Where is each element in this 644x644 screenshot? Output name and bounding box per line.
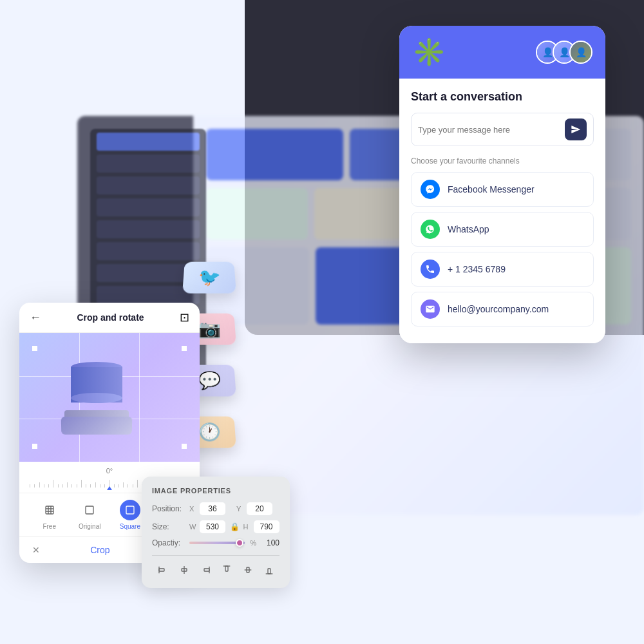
opacity-row: Opactiy: % 100	[152, 538, 279, 547]
svg-rect-10	[204, 569, 209, 571]
opacity-label: Opactiy:	[152, 538, 185, 547]
widget-header: ✳️ 👤 👤 👤	[399, 26, 605, 79]
h-label: H	[243, 523, 251, 531]
phone-channel-name: + 1 2345 6789	[448, 264, 506, 274]
size-label: Size:	[152, 522, 185, 531]
twitter-icon-diamond[interactable]: 🐦	[180, 258, 238, 296]
svg-rect-2	[126, 506, 134, 514]
message-input[interactable]	[418, 125, 560, 135]
size-w-group: W	[189, 520, 226, 533]
widget-avatars: 👤 👤 👤	[536, 41, 592, 64]
opacity-percent: %	[250, 539, 256, 547]
size-h-group: H	[243, 520, 280, 533]
crop-mode-original[interactable]: Original	[79, 500, 100, 530]
position-label: Position:	[152, 504, 185, 513]
align-bottom-edge-icon[interactable]	[261, 562, 277, 578]
size-w-input[interactable]	[200, 520, 225, 533]
crop-mode-square[interactable]: Square	[120, 500, 140, 530]
crop-image-area	[19, 333, 200, 462]
svg-rect-12	[225, 566, 228, 571]
avatar-3: 👤	[569, 41, 592, 64]
free-label: Free	[43, 523, 56, 530]
svg-rect-0	[46, 506, 53, 514]
align-right-edge-icon[interactable]	[198, 562, 213, 578]
size-row: Size: W 🔒 H	[152, 520, 279, 533]
channels-label: Choose your favourite channels	[411, 156, 594, 166]
image-properties-panel: IMAGE PROPERTIES Position: X Y Size: W 🔒…	[142, 477, 290, 588]
position-x-input[interactable]	[200, 502, 225, 515]
svg-rect-16	[268, 569, 270, 574]
free-crop-icon	[39, 500, 60, 520]
clock-emoji: 🕐	[198, 422, 221, 442]
widget-body: Start a conversation Choose your favouri…	[399, 79, 605, 343]
size-h-input[interactable]	[254, 520, 279, 533]
opacity-slider[interactable]	[189, 542, 245, 544]
crop-cancel-button[interactable]: ✕	[32, 545, 40, 555]
channel-item-email[interactable]: hello@yourcompany.com	[411, 292, 594, 327]
crop-subject	[58, 352, 148, 442]
align-row	[152, 562, 279, 578]
position-x-group: X	[189, 502, 232, 515]
align-top-edge-icon[interactable]	[219, 562, 234, 578]
phone-icon	[421, 260, 440, 279]
sun-icon: ✳️	[412, 39, 446, 66]
twitter-bg: 🐦	[182, 262, 236, 294]
crop-handle-bl[interactable]	[32, 444, 37, 449]
square-label: Square	[120, 523, 140, 530]
channel-item-messenger[interactable]: Facebook Messenger	[411, 172, 594, 207]
message-input-container[interactable]	[411, 113, 594, 146]
lock-icon[interactable]: 🔒	[230, 522, 240, 531]
messenger-icon	[421, 180, 440, 199]
props-divider	[152, 555, 279, 556]
position-row: Position: X Y	[152, 502, 279, 515]
crop-handle-br[interactable]	[182, 444, 187, 449]
widget-title: Start a conversation	[411, 90, 594, 104]
channel-item-phone[interactable]: + 1 2345 6789	[411, 252, 594, 287]
crop-mode-free[interactable]: Free	[39, 500, 60, 530]
x-label: X	[189, 505, 197, 513]
channel-item-whatsapp[interactable]: WhatsApp	[411, 212, 594, 247]
align-center-h-icon[interactable]	[176, 562, 192, 578]
email-channel-name: hello@yourcompany.com	[448, 304, 549, 314]
y-label: Y	[236, 505, 244, 513]
whatsapp-channel-name: WhatsApp	[448, 224, 489, 234]
email-icon	[421, 299, 440, 319]
chat-emoji: 💬	[198, 370, 221, 390]
crop-handle-tr[interactable]	[182, 346, 187, 351]
position-y-input[interactable]	[247, 502, 272, 515]
opacity-thumb[interactable]	[236, 539, 243, 547]
ruler-arrow	[107, 486, 112, 490]
crop-compare-button[interactable]: ⊡	[180, 310, 189, 325]
rotation-value: 0°	[106, 467, 113, 475]
props-title: IMAGE PROPERTIES	[152, 487, 279, 495]
align-center-v-icon[interactable]	[240, 562, 256, 578]
messenger-channel-name: Facebook Messenger	[448, 184, 535, 194]
crop-handle-tl[interactable]	[32, 346, 37, 351]
crop-back-button[interactable]: ←	[30, 311, 41, 325]
opacity-value: 100	[260, 538, 279, 547]
crop-title: Crop and rotate	[77, 312, 144, 323]
twitter-emoji: 🐦	[198, 267, 221, 287]
square-crop-icon	[120, 500, 140, 520]
crop-header: ← Crop and rotate ⊡	[19, 303, 200, 333]
svg-rect-6	[159, 569, 164, 571]
original-label: Original	[79, 523, 100, 530]
align-left-edge-icon[interactable]	[155, 562, 171, 578]
position-y-group: Y	[236, 502, 279, 515]
conversation-widget: ✳️ 👤 👤 👤 Start a conversation Choose you…	[399, 26, 605, 343]
original-crop-icon	[79, 500, 100, 520]
svg-rect-1	[86, 506, 93, 514]
send-button[interactable]	[565, 118, 587, 140]
crop-apply-button[interactable]: Crop	[90, 545, 109, 555]
w-label: W	[189, 523, 197, 531]
whatsapp-icon	[421, 220, 440, 239]
instagram-emoji: 📷	[198, 319, 221, 339]
